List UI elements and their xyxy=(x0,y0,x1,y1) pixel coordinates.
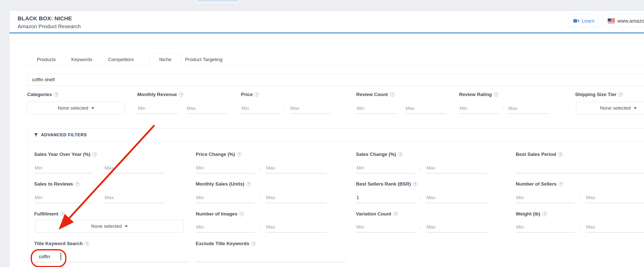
range-separator: - xyxy=(399,106,401,112)
weight-max-input[interactable] xyxy=(586,222,644,233)
bsr-label-text: Best Sellers Rank (BSR) xyxy=(356,181,411,187)
review-rating-min-input[interactable] xyxy=(459,103,499,114)
help-icon[interactable] xyxy=(618,92,623,97)
help-icon[interactable] xyxy=(179,92,183,97)
bsr-max-input[interactable] xyxy=(426,193,487,203)
page-title: BLACK BOX: NICHE xyxy=(18,15,72,22)
help-icon[interactable] xyxy=(398,152,403,157)
blackbox-card: BLACK BOX: NICHE Amazon Product Research… xyxy=(9,11,644,267)
help-icon[interactable] xyxy=(558,152,563,157)
review-rating-label: Review Rating xyxy=(459,92,498,97)
weight-label: Weight (lb) xyxy=(516,211,547,217)
tabbar-divider xyxy=(25,65,644,65)
filter-funnel-icon xyxy=(34,133,38,137)
help-icon[interactable] xyxy=(413,182,418,186)
categories-dropdown[interactable]: None selected xyxy=(27,102,125,114)
marketplace-selector[interactable]: www.amazon xyxy=(603,14,644,27)
help-icon[interactable] xyxy=(54,92,58,97)
range-separator: - xyxy=(502,106,504,112)
variation-count-max-input[interactable] xyxy=(426,222,487,233)
sales-yoy-max-input[interactable] xyxy=(104,163,165,173)
sales-change-min-input[interactable] xyxy=(356,163,415,173)
number-of-images-max-input[interactable] xyxy=(266,222,327,233)
number-of-images-label: Number of Images xyxy=(196,211,244,217)
help-icon[interactable] xyxy=(237,152,242,157)
help-icon[interactable] xyxy=(239,212,244,216)
bsr-min-input[interactable] xyxy=(356,193,415,203)
price-min-input[interactable] xyxy=(241,103,281,114)
help-icon[interactable] xyxy=(255,92,259,97)
price-change-label: Price Change (%) xyxy=(196,152,242,157)
tab-competitors[interactable]: Competitors xyxy=(103,54,139,65)
help-icon[interactable] xyxy=(542,212,547,216)
range-separator: - xyxy=(259,166,260,171)
tab-products-label: Products xyxy=(37,57,56,62)
bsr-label: Best Sellers Rank (BSR) xyxy=(356,181,418,187)
learn-button[interactable]: Learn xyxy=(569,14,599,27)
advanced-filters-header[interactable]: ADVANCED FILTERS xyxy=(28,128,644,142)
variation-count-min-input[interactable] xyxy=(356,222,415,233)
help-icon[interactable] xyxy=(494,92,498,97)
monthly-sales-max-input[interactable] xyxy=(266,193,327,203)
niche-search-input[interactable] xyxy=(27,74,642,85)
number-of-images-min-input[interactable] xyxy=(196,222,255,233)
categories-label: Categories xyxy=(27,92,58,97)
help-icon[interactable] xyxy=(85,241,89,246)
weight-min-input[interactable] xyxy=(516,222,575,233)
tab-niche-label: Niche xyxy=(159,57,172,62)
sales-change-max-input[interactable] xyxy=(426,163,487,173)
help-icon[interactable] xyxy=(75,182,79,186)
sales-to-reviews-max-input[interactable] xyxy=(104,193,165,203)
marketplace-label: www.amazon xyxy=(617,18,644,24)
chevron-down-icon xyxy=(125,226,128,227)
tab-product-targeting[interactable]: Product Targeting xyxy=(182,54,226,65)
sales-change-label: Sales Change (%) xyxy=(356,152,403,157)
number-of-sellers-label-text: Number of Sellers xyxy=(516,181,557,187)
sales-yoy-min-input[interactable] xyxy=(34,163,93,173)
sales-to-reviews-label-text: Sales to Reviews xyxy=(34,181,73,187)
range-separator: - xyxy=(419,225,420,230)
range-separator: - xyxy=(97,166,99,171)
number-of-sellers-min-input[interactable] xyxy=(516,193,575,203)
review-rating-max-input[interactable] xyxy=(508,103,549,114)
sales-change-label-text: Sales Change (%) xyxy=(356,152,396,157)
exclude-title-keywords-input[interactable] xyxy=(196,252,346,262)
fulfillment-label: Fulfillment xyxy=(34,211,65,217)
tab-keywords[interactable]: Keywords xyxy=(66,54,98,65)
best-sales-period-label-text: Best Sales Period xyxy=(516,152,556,157)
help-icon[interactable] xyxy=(246,182,251,186)
price-change-min-input[interactable] xyxy=(196,163,255,173)
monthly-revenue-min-input[interactable] xyxy=(137,103,178,114)
best-sales-period-label: Best Sales Period xyxy=(516,152,563,157)
text-cursor xyxy=(61,253,61,260)
help-icon[interactable] xyxy=(390,92,394,97)
tab-niche[interactable]: Niche xyxy=(149,53,181,66)
sales-to-reviews-label: Sales to Reviews xyxy=(34,181,79,187)
tab-products[interactable]: Products xyxy=(32,54,61,65)
monthly-sales-min-input[interactable] xyxy=(196,193,255,203)
help-icon[interactable] xyxy=(559,182,563,186)
title-keyword-search-input[interactable] xyxy=(34,252,189,262)
fulfillment-label-text: Fulfillment xyxy=(34,211,58,217)
review-count-label-text: Review Count xyxy=(356,92,388,97)
sales-to-reviews-min-input[interactable] xyxy=(34,193,93,203)
categories-dropdown-value: None selected xyxy=(58,105,88,111)
review-count-min-input[interactable] xyxy=(356,103,396,114)
price-change-max-input[interactable] xyxy=(266,163,327,173)
number-of-sellers-max-input[interactable] xyxy=(586,193,644,203)
help-icon[interactable] xyxy=(92,152,97,157)
monthly-revenue-max-input[interactable] xyxy=(186,103,227,114)
tab-keywords-label: Keywords xyxy=(71,57,92,62)
shipping-size-tier-dropdown[interactable]: None selected xyxy=(576,102,644,114)
help-icon[interactable] xyxy=(393,212,398,216)
advanced-filters-title: ADVANCED FILTERS xyxy=(41,132,87,138)
screen: BLACK BOX: NICHE Amazon Product Research… xyxy=(0,0,644,267)
help-icon[interactable] xyxy=(60,212,65,216)
review-count-max-input[interactable] xyxy=(405,103,446,114)
range-separator: - xyxy=(181,106,182,112)
range-separator: - xyxy=(259,196,260,201)
price-max-input[interactable] xyxy=(290,103,331,114)
help-icon[interactable] xyxy=(251,241,256,246)
fulfillment-dropdown[interactable]: None selected xyxy=(35,220,184,233)
best-sales-period-input[interactable] xyxy=(516,163,644,173)
